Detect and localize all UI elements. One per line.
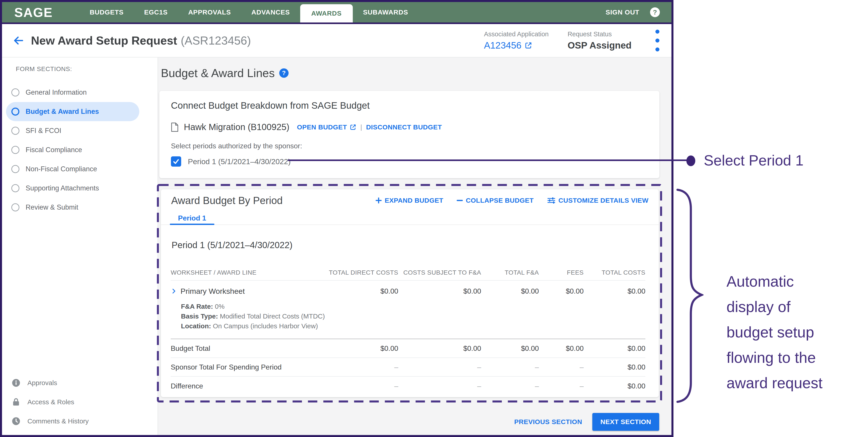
sidebar-item-budget-award-lines[interactable]: Budget & Award Lines xyxy=(6,102,139,121)
radio-circle-icon xyxy=(11,184,20,192)
nav-item-budgets[interactable]: BUDGETS xyxy=(79,2,134,23)
document-icon xyxy=(171,123,179,132)
sidebar-item-fiscal-compliance[interactable]: Fiscal Compliance xyxy=(2,140,158,160)
associated-application-group: Associated Application A123456 xyxy=(484,31,549,51)
radio-circle-icon xyxy=(11,165,20,173)
associated-application-label: Associated Application xyxy=(484,31,549,38)
back-arrow-icon[interactable] xyxy=(13,36,23,45)
nav-item-subawards[interactable]: SUBAWARDS xyxy=(353,2,418,23)
sidebar-item-access-roles[interactable]: Access & Roles xyxy=(2,393,156,412)
nav-item-awards-active[interactable]: AWARDS xyxy=(300,4,353,23)
link-separator: | xyxy=(360,124,362,131)
page-title-main: New Award Setup Request xyxy=(31,34,177,47)
annotation-bullet-dot xyxy=(686,156,695,166)
annotation-dashed-outline xyxy=(157,184,662,402)
sidebar-item-comments-history[interactable]: Comments & History xyxy=(2,412,156,431)
nav-item-advances[interactable]: ADVANCES xyxy=(241,2,300,23)
connect-budget-title: Connect Budget Breakdown from SAGE Budge… xyxy=(171,100,648,111)
sidebar-item-supporting-attachments[interactable]: Supporting Attachments xyxy=(2,179,158,198)
sidebar-utility-links: Approvals Access & Roles Comments & Hist… xyxy=(2,373,156,431)
clock-icon xyxy=(11,416,21,426)
next-section-button[interactable]: NEXT SECTION xyxy=(592,413,659,431)
info-icon xyxy=(11,378,21,388)
previous-section-button[interactable]: PREVIOUS SECTION xyxy=(514,418,582,426)
top-navbar: SAGE BUDGETS EGC1S APPROVALS ADVANCES AW… xyxy=(2,2,672,24)
radio-circle-icon xyxy=(11,89,20,96)
annotation-budget-flow-text: Automatic display of budget setup flowin… xyxy=(726,269,868,396)
request-status-label: Request Status xyxy=(567,31,631,38)
nav-item-egc1s[interactable]: EGC1S xyxy=(134,2,178,23)
page-title-request-id: (ASR123456) xyxy=(181,34,251,47)
sign-out-button[interactable]: SIGN OUT xyxy=(606,8,639,16)
connect-budget-card: Connect Budget Breakdown from SAGE Budge… xyxy=(159,91,659,178)
annotation-connector-line xyxy=(288,160,687,161)
kebab-menu-icon[interactable] xyxy=(655,29,660,52)
period-1-checkbox[interactable] xyxy=(171,156,181,167)
open-budget-link[interactable]: OPEN BUDGET xyxy=(297,124,356,131)
sidebar-item-non-fiscal-compliance[interactable]: Non-Fiscal Compliance xyxy=(2,160,158,179)
period-1-checkbox-label: Period 1 (5/1/2021–4/30/2022) xyxy=(188,157,290,166)
page-header: New Award Setup Request (ASR123456) Asso… xyxy=(2,24,672,58)
sidebar-item-review-submit[interactable]: Review & Submit xyxy=(2,198,158,217)
annotation-curly-brace xyxy=(676,189,704,403)
radio-circle-icon xyxy=(11,146,20,154)
disconnect-budget-link[interactable]: DISCONNECT BUDGET xyxy=(366,124,442,131)
request-status-value: OSP Assigned xyxy=(567,40,631,51)
nav-item-approvals[interactable]: APPROVALS xyxy=(178,2,241,23)
screenshot-root: SAGE BUDGETS EGC1S APPROVALS ADVANCES AW… xyxy=(0,0,868,437)
external-link-icon xyxy=(525,42,532,49)
sidebar-item-approvals[interactable]: Approvals xyxy=(2,373,156,393)
connected-budget-name: Hawk Migration (B100925) xyxy=(184,122,289,132)
sidebar-item-general-information[interactable]: General Information xyxy=(2,83,158,102)
external-link-icon xyxy=(350,124,356,131)
lock-icon xyxy=(11,397,21,407)
help-icon[interactable]: ? xyxy=(650,7,660,17)
section-help-icon[interactable]: ? xyxy=(279,68,288,78)
section-title: Budget & Award Lines xyxy=(161,66,275,80)
associated-application-link[interactable]: A123456 xyxy=(484,40,549,51)
form-sections-heading: FORM SECTIONS: xyxy=(16,66,158,73)
radio-circle-icon xyxy=(11,127,20,135)
request-status-group: Request Status OSP Assigned xyxy=(567,31,631,51)
annotation-select-period: Select Period 1 xyxy=(704,152,804,169)
select-periods-label: Select periods authorized by the sponsor… xyxy=(171,142,648,150)
radio-circle-icon xyxy=(11,108,20,115)
sidebar-item-sfi-fcoi[interactable]: SFI & FCOI xyxy=(2,121,158,140)
sage-logo: SAGE xyxy=(14,5,53,20)
radio-circle-icon xyxy=(11,203,20,211)
